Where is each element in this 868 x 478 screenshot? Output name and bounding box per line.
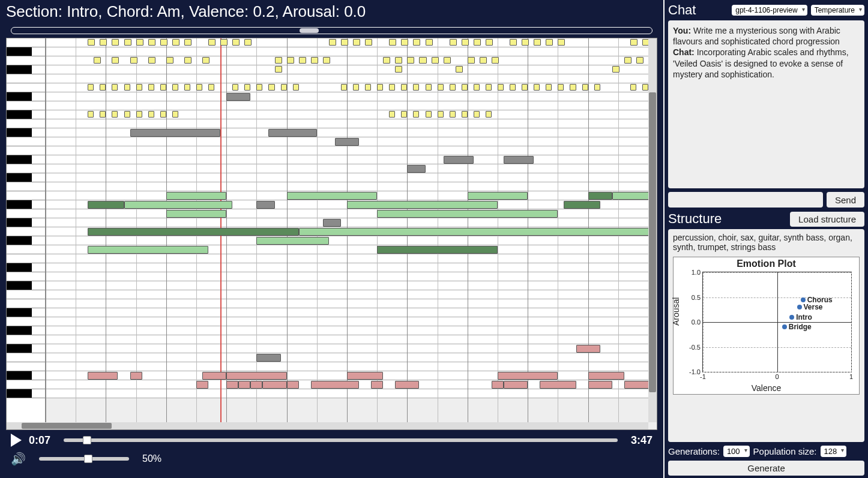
note[interactable] bbox=[438, 84, 444, 91]
note[interactable] bbox=[166, 192, 226, 200]
note[interactable] bbox=[426, 111, 432, 118]
note[interactable] bbox=[486, 84, 492, 91]
note[interactable] bbox=[196, 84, 202, 91]
note[interactable] bbox=[136, 84, 142, 91]
note[interactable] bbox=[395, 66, 402, 73]
note[interactable] bbox=[232, 84, 238, 91]
note[interactable] bbox=[88, 228, 298, 236]
note[interactable] bbox=[256, 354, 280, 362]
note[interactable] bbox=[323, 219, 341, 227]
note[interactable] bbox=[353, 84, 359, 91]
note[interactable] bbox=[462, 84, 468, 91]
note[interactable] bbox=[612, 66, 619, 73]
note[interactable] bbox=[88, 111, 94, 118]
note[interactable] bbox=[184, 57, 191, 64]
piano-grid[interactable] bbox=[46, 38, 648, 422]
note[interactable] bbox=[268, 129, 316, 137]
note[interactable] bbox=[498, 84, 504, 91]
note[interactable] bbox=[353, 39, 360, 46]
note[interactable] bbox=[630, 39, 637, 46]
note[interactable] bbox=[582, 84, 588, 91]
note[interactable] bbox=[148, 111, 154, 118]
note[interactable] bbox=[136, 39, 143, 46]
horizontal-scrollbar[interactable] bbox=[7, 422, 648, 429]
note[interactable] bbox=[588, 192, 612, 200]
model-dropdown[interactable]: gpt-4-1106-preview bbox=[732, 5, 807, 16]
note[interactable] bbox=[347, 201, 498, 209]
note[interactable] bbox=[474, 84, 480, 91]
note[interactable] bbox=[148, 57, 155, 64]
note[interactable] bbox=[275, 66, 282, 73]
note[interactable] bbox=[311, 381, 359, 389]
note[interactable] bbox=[546, 84, 552, 91]
horizontal-scrollbar-thumb[interactable] bbox=[22, 423, 112, 429]
note[interactable] bbox=[450, 111, 456, 118]
note[interactable] bbox=[413, 39, 420, 46]
note[interactable] bbox=[426, 84, 432, 91]
note[interactable] bbox=[311, 57, 318, 64]
note[interactable] bbox=[124, 201, 233, 209]
note[interactable] bbox=[492, 57, 499, 64]
note[interactable] bbox=[124, 84, 130, 91]
note[interactable] bbox=[172, 111, 178, 118]
note[interactable] bbox=[256, 237, 328, 245]
note[interactable] bbox=[323, 57, 330, 64]
note[interactable] bbox=[208, 39, 215, 46]
note[interactable] bbox=[377, 84, 383, 91]
note[interactable] bbox=[558, 84, 564, 91]
note[interactable] bbox=[112, 111, 118, 118]
note[interactable] bbox=[287, 192, 378, 200]
note[interactable] bbox=[160, 111, 166, 118]
note[interactable] bbox=[166, 210, 226, 218]
note[interactable] bbox=[419, 57, 426, 64]
note[interactable] bbox=[136, 111, 142, 118]
note[interactable] bbox=[407, 57, 414, 64]
send-button[interactable]: Send bbox=[827, 192, 864, 208]
note[interactable] bbox=[256, 201, 274, 209]
note[interactable] bbox=[480, 57, 487, 64]
note[interactable] bbox=[335, 138, 359, 146]
note[interactable] bbox=[438, 111, 444, 118]
note[interactable] bbox=[88, 201, 124, 209]
note[interactable] bbox=[401, 39, 408, 46]
note[interactable] bbox=[130, 57, 137, 64]
volume-icon[interactable]: 🔊 bbox=[11, 452, 26, 466]
note[interactable] bbox=[630, 84, 636, 91]
note[interactable] bbox=[220, 39, 228, 46]
note[interactable] bbox=[546, 39, 553, 46]
note[interactable] bbox=[202, 372, 226, 380]
note[interactable] bbox=[510, 39, 517, 46]
note[interactable] bbox=[112, 84, 118, 91]
temperature-dropdown[interactable]: Temperature bbox=[811, 5, 864, 16]
volume-slider-thumb[interactable] bbox=[84, 455, 92, 463]
note[interactable] bbox=[112, 57, 119, 64]
note[interactable] bbox=[401, 84, 407, 91]
vertical-scrollbar[interactable] bbox=[648, 38, 657, 422]
note[interactable] bbox=[172, 39, 179, 46]
note[interactable] bbox=[570, 84, 576, 91]
note[interactable] bbox=[148, 84, 154, 91]
note[interactable] bbox=[413, 111, 419, 118]
note[interactable] bbox=[444, 156, 474, 164]
note[interactable] bbox=[468, 57, 475, 64]
note[interactable] bbox=[365, 39, 372, 46]
piano-roll[interactable] bbox=[6, 38, 657, 430]
note[interactable] bbox=[486, 39, 493, 46]
note[interactable] bbox=[299, 228, 657, 236]
note[interactable] bbox=[510, 84, 516, 91]
note[interactable] bbox=[444, 57, 451, 64]
note[interactable] bbox=[244, 39, 252, 46]
generate-button[interactable]: Generate bbox=[668, 461, 864, 476]
note[interactable] bbox=[341, 84, 347, 91]
note[interactable] bbox=[564, 201, 600, 209]
note[interactable] bbox=[540, 381, 576, 389]
note[interactable] bbox=[450, 39, 457, 46]
note[interactable] bbox=[160, 39, 167, 46]
note[interactable] bbox=[250, 381, 262, 389]
note[interactable] bbox=[522, 39, 529, 46]
note[interactable] bbox=[130, 372, 142, 380]
note[interactable] bbox=[226, 381, 238, 389]
chat-input[interactable] bbox=[668, 192, 823, 208]
population-dropdown[interactable]: 128 bbox=[821, 446, 847, 457]
note[interactable] bbox=[486, 111, 492, 118]
